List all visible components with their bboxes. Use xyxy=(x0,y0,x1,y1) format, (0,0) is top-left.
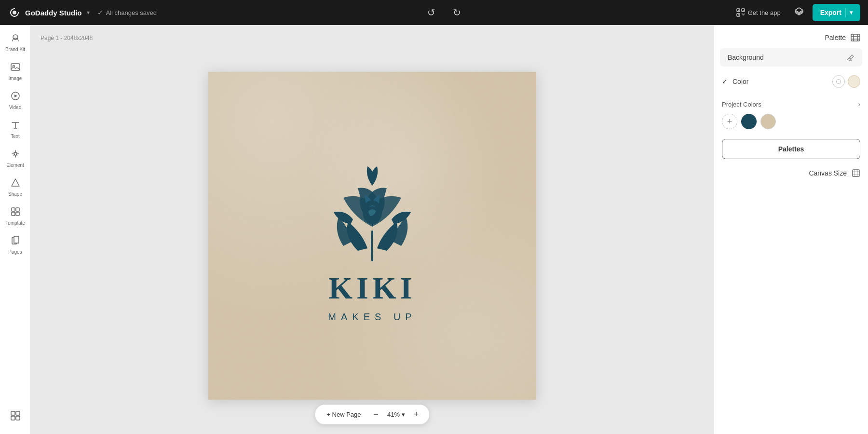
element-icon xyxy=(10,149,21,161)
svg-rect-14 xyxy=(16,208,19,211)
add-color-button[interactable]: + xyxy=(722,114,737,129)
logo-chevron-icon: ▾ xyxy=(87,9,90,16)
svg-rect-21 xyxy=(16,411,20,415)
layers-button[interactable] xyxy=(791,4,807,22)
template-label: Template xyxy=(5,220,25,226)
canvas-area: Page 1 - 2048x2048 xyxy=(31,25,714,434)
svg-rect-23 xyxy=(16,416,20,420)
svg-rect-26 xyxy=(851,34,860,41)
sidebar-item-shape[interactable]: Shape xyxy=(2,174,29,201)
color-check-icon: ✓ xyxy=(722,78,728,85)
svg-rect-27 xyxy=(853,170,859,176)
svg-rect-7 xyxy=(738,14,739,15)
zoom-in-button[interactable]: + xyxy=(411,408,422,420)
get-app-button[interactable]: Get the app xyxy=(732,5,786,20)
element-label: Element xyxy=(6,163,24,168)
saved-status: ✓ All changes saved xyxy=(97,9,157,16)
project-colors-header: Project Colors › xyxy=(722,100,860,108)
left-sidebar: Brand Kit Image Video xyxy=(0,25,31,434)
zoom-display[interactable]: 41% ▾ xyxy=(387,411,405,418)
get-app-label: Get the app xyxy=(748,9,781,16)
project-colors-label: Project Colors xyxy=(722,101,761,108)
color-label: Color xyxy=(732,78,832,85)
undo-button[interactable]: ↺ xyxy=(424,5,438,20)
godaddy-logo-icon xyxy=(8,6,21,19)
bottom-toolbar: + New Page − 41% ▾ + xyxy=(315,405,429,424)
topbar: GoDaddy Studio ▾ ✓ All changes saved ↺ ↻… xyxy=(0,0,868,25)
project-colors-section: Project Colors › + xyxy=(714,95,868,135)
color-swatch-empty[interactable] xyxy=(832,75,845,88)
redo-button[interactable]: ↻ xyxy=(450,5,464,20)
canvas-card[interactable]: KIKI MAKES UP xyxy=(208,72,536,400)
sidebar-item-video[interactable]: Video xyxy=(2,87,29,114)
zoom-chevron-icon: ▾ xyxy=(402,411,405,418)
brand-kit-label: Brand Kit xyxy=(5,47,25,52)
svg-rect-22 xyxy=(11,416,15,420)
svg-rect-15 xyxy=(12,212,15,216)
pages-icon xyxy=(10,235,21,247)
check-circle-icon: ✓ xyxy=(97,9,103,16)
new-page-label: + New Page xyxy=(326,411,361,418)
image-label: Image xyxy=(9,76,22,81)
sidebar-item-brand-kit[interactable]: Brand Kit xyxy=(2,29,29,56)
text-icon xyxy=(10,120,21,132)
svg-rect-13 xyxy=(12,208,15,211)
canvas-size-row: Canvas Size xyxy=(714,163,868,183)
zoom-out-button[interactable]: − xyxy=(371,408,382,420)
topbar-left: GoDaddy Studio ▾ ✓ All changes saved xyxy=(8,6,157,19)
svg-rect-9 xyxy=(11,64,20,70)
logo-area[interactable]: GoDaddy Studio ▾ xyxy=(8,6,90,19)
sidebar-item-image[interactable]: Image xyxy=(2,58,29,85)
sidebar-item-grid[interactable] xyxy=(2,407,29,426)
brand-kit-icon xyxy=(10,33,21,45)
canvas-wrapper: KIKI MAKES UP xyxy=(208,47,536,424)
background-row[interactable]: Background xyxy=(720,48,862,67)
project-colors-row: + xyxy=(722,114,860,129)
rose-illustration xyxy=(310,149,435,265)
svg-point-1 xyxy=(13,11,16,14)
color-swatch-beige[interactable] xyxy=(848,75,860,88)
svg-point-10 xyxy=(13,65,14,67)
template-icon xyxy=(10,206,21,218)
palette-header: Palette xyxy=(714,25,868,46)
pages-label: Pages xyxy=(8,249,22,255)
saved-text: All changes saved xyxy=(106,9,157,16)
shape-label: Shape xyxy=(8,191,22,197)
export-chevron-icon: ▾ xyxy=(850,9,853,16)
svg-rect-16 xyxy=(16,212,19,216)
palette-icon xyxy=(851,33,860,42)
background-label: Background xyxy=(728,54,846,61)
project-colors-chevron-icon: › xyxy=(858,100,860,108)
topbar-right: Get the app Export ▾ xyxy=(732,4,860,22)
color-row: ✓ Color xyxy=(714,70,868,93)
topbar-center: ↺ ↻ xyxy=(424,5,464,20)
text-label: Text xyxy=(11,134,19,139)
sidebar-item-pages[interactable]: Pages xyxy=(2,231,29,258)
palette-label: Palette xyxy=(825,34,846,41)
canvas-size-label: Canvas Size xyxy=(809,169,847,177)
svg-point-12 xyxy=(14,152,17,155)
export-divider xyxy=(845,8,846,17)
right-panel: Palette Background ✓ Color xyxy=(714,25,868,434)
layers-icon xyxy=(794,7,804,16)
export-button[interactable]: Export ▾ xyxy=(813,4,860,21)
color-dot-teal[interactable] xyxy=(741,114,757,129)
sidebar-item-template[interactable]: Template xyxy=(2,203,29,230)
palettes-button[interactable]: Palettes xyxy=(722,139,860,159)
brand-tagline: MAKES UP xyxy=(328,312,416,323)
logo-text: GoDaddy Studio xyxy=(25,9,82,17)
svg-rect-5 xyxy=(738,10,739,11)
qr-code-icon xyxy=(736,8,745,17)
new-page-button[interactable]: + New Page xyxy=(323,409,365,420)
zoom-value-label: 41% xyxy=(387,411,400,418)
color-dot-beige[interactable] xyxy=(760,114,776,129)
svg-rect-20 xyxy=(11,411,15,415)
shape-icon xyxy=(10,177,21,190)
color-swatch-inner xyxy=(836,79,841,84)
sidebar-item-element[interactable]: Element xyxy=(2,145,29,172)
image-icon xyxy=(10,62,21,74)
sidebar-item-text[interactable]: Text xyxy=(2,116,29,143)
canvas-size-icon xyxy=(852,169,860,177)
eraser-icon xyxy=(846,53,854,62)
main-layout: Brand Kit Image Video xyxy=(0,25,868,434)
